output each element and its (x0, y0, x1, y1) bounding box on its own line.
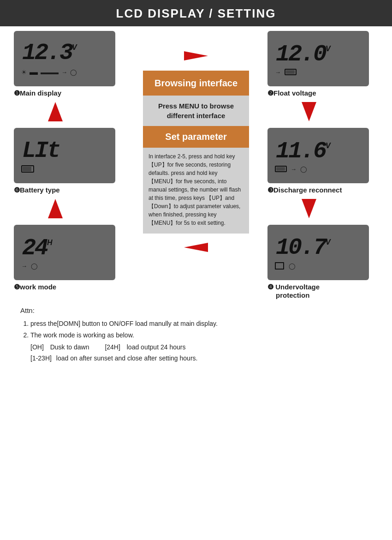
mode-oh-desc: Dusk to dawn (50, 343, 89, 351)
label-workmode: ❺work mode (14, 283, 115, 291)
lcd-undervoltage-unit: V (326, 238, 331, 246)
lcd-workmode: 24 H → ◯ (14, 225, 115, 280)
lcd-workmode-value: 24 (22, 237, 47, 260)
center-column: Browsing interface Press MENU to browse … (129, 31, 263, 299)
mode-123h: [1-23H] (30, 354, 52, 362)
page-header: LCD DISPLAY / SETTING (0, 0, 392, 26)
lcd-undervoltage: 10.7 V ◯ (267, 225, 369, 280)
browsing-label: Browsing interface (154, 78, 238, 88)
browsing-box: Browsing interface (143, 71, 249, 96)
label-float: ❷Float voltage (267, 89, 369, 97)
setparam-desc: In interface 2-5, press and hold key 【UP… (143, 148, 249, 234)
arrow-down-right-2 (300, 197, 318, 222)
lcd-discharge-icons: → ◯ (272, 166, 364, 173)
arrow-up-svg-2 (46, 197, 65, 220)
arrow-down-svg-1 (300, 100, 318, 123)
header-title: LCD DISPLAY / SETTING (116, 6, 276, 20)
mode-123h-desc: load on after sunset and close after set… (56, 354, 198, 362)
lcd-workmode-unit: H (47, 239, 53, 247)
bottom-notes: Attn: press the[DOMN] button to ON/OFF l… (9, 299, 383, 374)
svg-marker-2 (184, 51, 208, 60)
menu-box: Press MENU to browse different interface (143, 96, 249, 126)
arrow-left-svg (182, 239, 210, 256)
arrow-left-bottom (182, 239, 210, 258)
lcd-discharge: 11.6 V → ◯ (267, 128, 369, 183)
screen-main: 12.3 V ☀ ▬ ▬▬▬ → ◯ ❶Main display (14, 31, 115, 97)
lcd-float: 12.0 V → (267, 31, 369, 86)
lcd-main-icons: ☀ ▬ ▬▬▬ → ◯ (18, 67, 111, 77)
setparam-desc-text: In interface 2-5, press and hold key 【UP… (148, 153, 241, 226)
mode-24h: [24H] (105, 343, 120, 351)
screen-undervoltage: 10.7 V ◯ ❹ Undervoltage protection (267, 225, 369, 299)
lcd-workmode-icons: → ◯ (18, 263, 111, 270)
lcd-float-value: 12.0 (276, 43, 326, 66)
label-main: ❶Main display (14, 89, 115, 97)
lcd-undervoltage-icons: ◯ (272, 262, 364, 270)
mode-24h-desc: load output 24 hours (127, 343, 186, 351)
attn-label: Attn: (20, 305, 372, 317)
right-column: 12.0 V → ❷Float voltage (263, 31, 383, 299)
left-column: 12.3 V ☀ ▬ ▬▬▬ → ◯ ❶Main display (9, 31, 129, 299)
setparam-box: Set parameter (143, 126, 249, 148)
screen-discharge: 11.6 V → ◯ ❸Discharge reconnect (267, 128, 369, 194)
arrow-up-left-1 (46, 100, 65, 125)
svg-marker-1 (48, 199, 63, 218)
arrow-right-top (182, 48, 210, 66)
page-wrapper: LCD DISPLAY / SETTING 12.3 V ☀ ▬ ▬▬▬ → (0, 0, 392, 374)
screen-workmode: 24 H → ◯ ❺work mode (14, 225, 115, 291)
notes-list: press the[DOMN] button to ON/OFF load ma… (20, 318, 372, 364)
setparam-label: Set parameter (165, 132, 226, 142)
lcd-main-value: 12.3 (22, 42, 72, 65)
svg-marker-4 (302, 102, 316, 121)
menu-instruction: Press MENU to browse different interface (158, 102, 234, 120)
svg-marker-0 (48, 102, 63, 121)
label-battery: ❻Battery type (14, 186, 115, 194)
lcd-float-unit: V (326, 45, 331, 53)
arrow-up-left-2 (46, 197, 65, 222)
lcd-undervoltage-value: 10.7 (276, 236, 326, 259)
screen-float: 12.0 V → ❷Float voltage (267, 31, 369, 97)
arrow-right-svg (182, 48, 210, 64)
arrow-down-svg-2 (300, 197, 318, 220)
arrow-up-svg (46, 100, 65, 123)
lcd-main-unit: V (72, 43, 77, 52)
lcd-battery-value: LIt (22, 139, 59, 162)
arrow-down-right-1 (300, 100, 318, 125)
svg-marker-5 (302, 199, 316, 218)
lcd-discharge-value: 11.6 (276, 140, 326, 163)
lcd-float-icons: → (272, 69, 364, 76)
notes-item-1: press the[DOMN] button to ON/OFF load ma… (30, 318, 372, 330)
svg-marker-3 (184, 243, 208, 252)
lcd-battery-icons (18, 165, 111, 173)
screen-battery: LIt ❻Battery type (14, 128, 115, 194)
label-undervoltage: ❹ Undervoltage protection (267, 283, 360, 299)
lcd-main: 12.3 V ☀ ▬ ▬▬▬ → ◯ (14, 31, 115, 86)
notes-item-2: The work mode is working as below. [OH] … (30, 330, 372, 364)
mode-oh: [OH] (30, 343, 44, 351)
label-discharge: ❸Discharge reconnect (267, 186, 369, 194)
lcd-discharge-unit: V (326, 142, 331, 150)
lcd-battery: LIt (14, 128, 115, 183)
